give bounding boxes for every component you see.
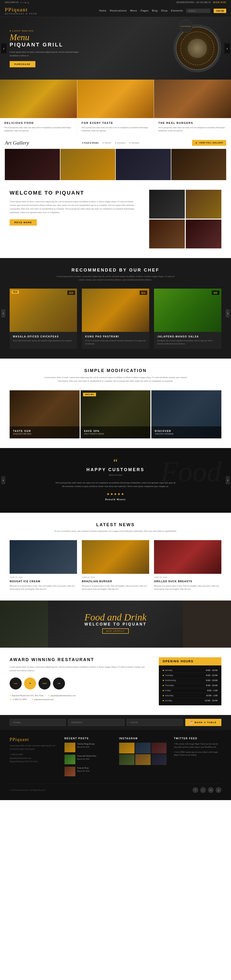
hero-text: Lorem ipsum dolor sit amet, consectetur …	[10, 50, 82, 57]
featured-content-1: DELICIOUS FOOD Sed ut perspiciatis unde …	[0, 118, 77, 136]
nav-shop[interactable]: Shop	[161, 10, 167, 12]
mod-item-2: SAVE 30% SAVE 30% ONLY TODAY'S OFFER	[81, 390, 151, 438]
footer-post-info-1: Chicken Wings Recipe March 04, 2018	[77, 743, 95, 749]
twitter-icon[interactable]: t	[22, 1, 23, 3]
chef-card-1: NEW $24 MASALA-SPICED CHICKPEAS Fusce an…	[10, 289, 77, 349]
banner-section: Food and Drink WELCOME TO PIQUANT BON AP…	[0, 600, 231, 648]
oh-rows: Monday 9:00 - 22:00 Tuesday 9:00 - 22:00…	[159, 665, 221, 705]
chef-next-arrow[interactable]: ›	[226, 309, 230, 317]
google-icon[interactable]: g	[28, 1, 29, 3]
book-table-button[interactable]: 📅 BOOK A TABLE	[185, 719, 221, 726]
footer-google-icon[interactable]: g	[216, 787, 221, 793]
footer-post-1: Chicken Wings Recipe March 04, 2018	[64, 743, 112, 752]
pizza-inner	[188, 39, 207, 58]
mod-label-2: SAVE 30%	[84, 430, 147, 433]
footer-facebook-icon[interactable]: f	[193, 787, 198, 793]
gallery-header: Art Gallery ● Food & Drinks ● Interior ●…	[5, 140, 226, 146]
featured-content-3: THE REAL BURGERS Sed ut perspiciatis und…	[154, 118, 231, 136]
gallery-img-2	[61, 149, 116, 180]
reservation-bar: 📅 BOOK A TABLE	[0, 715, 231, 730]
customers-section: Food ‹ “ HAPPY CUSTOMERS Delicious Food …	[0, 448, 231, 513]
news-date-2: JUNE 04, 2018	[82, 576, 149, 578]
footer-post-date-2: March 04, 2018	[77, 758, 97, 761]
award-text: Lorem ipsum dolor sit amet, consectetur …	[10, 665, 149, 673]
customers-next-arrow[interactable]: ›	[226, 476, 230, 484]
nav-home[interactable]: Home	[99, 10, 107, 12]
chef-card-image-1: NEW $24	[10, 289, 77, 332]
gallery-section: Art Gallery ● Food & Drinks ● Interior ●…	[0, 136, 231, 180]
full-gallery-button[interactable]: ▶ VIEW FULL GALLERY	[192, 140, 226, 146]
cart-button[interactable]: Cart (0)	[213, 9, 226, 13]
contact-address: ● Ripsmod Boulevard 10A, New York	[10, 694, 43, 697]
news-card-title-3: GRILLED DUCK BREASTS	[154, 580, 221, 583]
welcome-content: WELCOME TO PIQUANT Lorem ipsum dolor sit…	[10, 190, 140, 226]
footer-about: PPiquant Lorem ipsum dolor sit amet cons…	[10, 737, 57, 779]
news-section: LATEST NEWS Ut orci et molestie varius, …	[0, 513, 231, 600]
search-input[interactable]	[186, 9, 210, 13]
footer: PPiquant Lorem ipsum dolor sit amet cons…	[0, 730, 231, 800]
reservation-guests-input[interactable]	[10, 719, 66, 726]
footer-phone: +1-800-221-8051	[10, 753, 57, 756]
nav-pages[interactable]: Pages	[140, 10, 148, 12]
chef-price-3: $45	[212, 291, 220, 295]
footer-tweet-1: ‣ We website with Google Maps? Check out…	[174, 743, 221, 749]
copyright: © 2018 Qode Interactive, All Rights Rese…	[10, 789, 45, 791]
oh-time-tuesday: 9:00 - 22:00	[206, 674, 218, 676]
customers-stars: ★★★★★	[10, 492, 221, 496]
mod-label-3: DISCOVER	[155, 430, 218, 433]
footer-logo: PPiquant	[10, 737, 57, 742]
footer-ig-3	[151, 743, 167, 754]
chef-card-content-1: MASALA-SPICED CHICKPEAS Fusce ante lorem…	[10, 332, 77, 346]
footer-post-date-3: March 04, 2018	[77, 770, 89, 773]
pizza-graphic	[176, 27, 219, 70]
banner-badge: BON APPÉTIT	[102, 628, 129, 634]
chef-card-title-3: JALAPENO-MANGO SALSA	[158, 335, 218, 338]
mod-item-1: TASTE OUR EXQUISITE RECIPES	[10, 390, 80, 438]
gallery-filter-desserts[interactable]: ● Desserts	[115, 142, 126, 144]
award-badge-2: ★	[24, 678, 36, 689]
reservation-time-input[interactable]	[127, 719, 183, 726]
footer-post-3: Fiesta de Pizza March 04, 2018	[64, 767, 112, 776]
chef-card-text-2: Ut orci et molestie varius, quis euismod…	[85, 339, 146, 345]
footer-post-image-1	[64, 743, 75, 752]
footer-contact: +1-800-221-8051 piquant@administrator.co…	[10, 753, 57, 763]
nav-reservations[interactable]: Reservations	[110, 10, 127, 12]
oh-row-saturday: Saturday 10:00 - 1:00	[162, 693, 218, 698]
chef-badge-1: NEW	[11, 291, 19, 294]
banner-script-title: Food and Drink	[10, 612, 221, 622]
reservation-date-input[interactable]	[68, 719, 124, 726]
oh-day-monday: Monday	[162, 669, 172, 671]
nav-menu[interactable]: Menu	[130, 10, 137, 12]
footer-instagram-icon[interactable]: in	[208, 787, 213, 793]
chef-prev-arrow[interactable]: ‹	[1, 309, 5, 317]
welcome-text: Lorem ipsum dolor sit amet, consectetur …	[10, 200, 140, 215]
oh-row-sunday: Sunday 12:00 - 22:00	[162, 698, 218, 703]
gallery-filter-interior[interactable]: ● Interior	[102, 142, 111, 144]
chef-card-image-3: $45	[154, 289, 221, 332]
book-now-btn[interactable]: BOOK NOW	[213, 1, 226, 3]
footer-twitter-icon[interactable]: t	[200, 787, 206, 793]
gallery-filter-recipes[interactable]: ● Recipes	[129, 142, 139, 144]
nav-elements[interactable]: Elements	[171, 10, 183, 12]
read-more-button[interactable]: READ MORE	[10, 220, 37, 226]
oh-title: OPENING HOURS	[162, 660, 218, 663]
nav-blog[interactable]: Blog	[152, 10, 158, 12]
featured-title-3: THE REAL BURGERS	[158, 121, 227, 124]
hero-eyebrow: ● Lunch Specials	[10, 29, 82, 32]
hero-prev-arrow[interactable]: ‹	[1, 43, 6, 53]
customers-prev-arrow[interactable]: ‹	[1, 476, 5, 484]
customers-name: Donald Moore	[10, 498, 221, 501]
oh-day-tuesday: Tuesday	[162, 674, 173, 676]
gallery-img-3	[116, 149, 171, 180]
purchase-button[interactable]: PURCHASE	[10, 61, 35, 67]
footer-recent-posts: RECENT POSTS Chicken Wings Recipe March …	[64, 737, 112, 779]
facebook-icon[interactable]: f	[21, 1, 21, 3]
instagram-icon[interactable]: in	[24, 1, 26, 3]
chef-title: RECOMMENDED BY OUR CHEF	[5, 268, 226, 273]
footer-ig-1	[119, 743, 134, 754]
news-title: LATEST NEWS	[10, 522, 221, 527]
top-bar: FOLLOW US f t in g RESERVATIONS | +44 10…	[0, 0, 231, 5]
gallery-filter-food[interactable]: ● Food & Drinks	[82, 142, 99, 144]
chef-card-title-2: KUNG PAO PASTRAMI	[85, 335, 146, 338]
hero-next-arrow[interactable]: ›	[225, 43, 230, 53]
